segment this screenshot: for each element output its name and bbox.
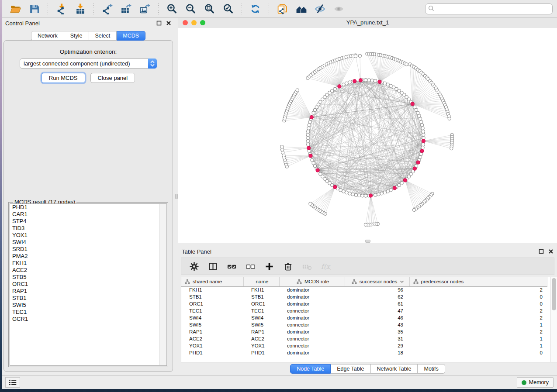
export-image-button[interactable] (135, 3, 154, 15)
table-row[interactable]: ACE2ACE2connector311 (181, 335, 547, 342)
import-network-button[interactable] (52, 3, 71, 15)
mcds-result-item[interactable]: TID3 (10, 225, 166, 232)
search-icon (428, 5, 436, 13)
hide-selected-button[interactable] (311, 3, 329, 15)
tab-style[interactable]: Style (64, 31, 89, 41)
cell-predecessor_nodes: 0 (409, 300, 547, 307)
zoom-out-button[interactable] (181, 3, 200, 15)
minimize-window-icon[interactable] (191, 20, 197, 25)
float-panel-icon[interactable] (156, 21, 162, 26)
run-mcds-button[interactable]: Run MCDS (42, 73, 85, 83)
memory-button[interactable]: Memory (517, 377, 554, 388)
cell-predecessor_nodes: 2 (409, 328, 547, 335)
mcds-result-item[interactable]: CAR1 (10, 211, 166, 218)
mcds-result-item[interactable]: TEC1 (10, 309, 166, 316)
save-session-button[interactable] (25, 3, 44, 15)
delete-table-button[interactable] (298, 261, 315, 272)
tab-network[interactable]: Network (31, 31, 64, 41)
column-header-name[interactable]: name (243, 277, 279, 286)
table-row[interactable]: STB1STB1dominator620 (181, 293, 547, 300)
mcds-result-item[interactable]: STB1 (10, 295, 166, 302)
mcds-result-item[interactable]: STP4 (10, 218, 166, 225)
search-input[interactable] (425, 3, 553, 14)
tab-network-table[interactable]: Network Table (371, 364, 418, 374)
close-panel-button[interactable]: Close panel (90, 73, 135, 83)
cell-successor_nodes: 43 (345, 321, 409, 328)
mcds-result-item[interactable]: FKH1 (10, 260, 166, 267)
vertical-splitter-grip[interactable] (175, 194, 178, 199)
clone-network-button[interactable] (273, 3, 292, 15)
mcds-result-item[interactable]: PMA2 (10, 253, 166, 260)
close-table-panel-icon[interactable] (548, 249, 554, 254)
network-splitter-grip[interactable] (365, 240, 370, 243)
toolbar-separator (242, 2, 242, 16)
table-options-gear-button[interactable] (186, 261, 203, 272)
table-scrollbar[interactable] (550, 277, 557, 362)
tab-motifs[interactable]: Motifs (418, 364, 445, 374)
mcds-list-scrollbar[interactable] (159, 204, 166, 365)
cell-mcds_role: connector (279, 335, 345, 342)
close-panel-icon[interactable] (166, 21, 171, 26)
choose-columns-button[interactable] (204, 261, 221, 272)
vertical-splitter[interactable] (175, 18, 178, 375)
cell-name: SWI4 (243, 314, 279, 321)
mcds-result-item[interactable]: ACE2 (10, 267, 166, 274)
first-neighbors-button[interactable] (292, 3, 311, 15)
export-network-button[interactable] (98, 3, 117, 15)
optimization-criterion-select[interactable]: largest connected component (undirected) (20, 58, 157, 69)
table-row[interactable]: TEC1TEC1connector472 (181, 307, 547, 314)
column-header-MCDS-role[interactable]: MCDS role (279, 277, 345, 286)
add-column-button[interactable] (261, 261, 278, 272)
tab-mcds[interactable]: MCDS (117, 31, 145, 41)
tab-edge-table[interactable]: Edge Table (331, 364, 370, 374)
mcds-result-item[interactable]: ORC1 (10, 281, 166, 288)
refresh-icon (250, 3, 261, 14)
mcds-result-item[interactable]: SWI4 (10, 239, 166, 246)
export-table-button[interactable] (117, 3, 135, 15)
zoom-in-button[interactable] (163, 3, 181, 15)
cell-predecessor_nodes: 2 (409, 307, 547, 314)
zoom-selected-button[interactable] (219, 3, 238, 15)
mcds-result-item[interactable]: SRD1 (10, 246, 166, 253)
tab-node-table[interactable]: Node Table (290, 364, 331, 374)
select-all-button[interactable] (223, 261, 240, 272)
cell-name: YOX1 (243, 342, 279, 349)
float-table-panel-icon[interactable] (539, 249, 544, 254)
cell-name: FKH1 (243, 286, 279, 293)
automation-panel-button[interactable] (5, 377, 20, 388)
table-scrollbar-thumb[interactable] (552, 278, 556, 310)
mcds-result-item[interactable]: RAP1 (10, 288, 166, 295)
table-row[interactable]: RAP1RAP1dominator352 (181, 328, 547, 335)
function-builder-button[interactable]: f(x) (317, 261, 334, 272)
cell-mcds_role: dominator (279, 300, 345, 307)
open-file-button[interactable] (6, 3, 25, 15)
mcds-result-item[interactable]: PHD1 (10, 204, 166, 211)
table-row[interactable]: YOX1YOX1connector291 (181, 342, 547, 349)
delete-columns-button[interactable] (280, 261, 297, 272)
tab-select[interactable]: Select (89, 31, 117, 41)
deselect-all-icon (246, 261, 256, 272)
column-header-shared-name[interactable]: shared name (181, 277, 243, 286)
mcds-result-item[interactable]: GCR1 (10, 316, 166, 323)
table-row[interactable]: SWI5SWI5connector431 (181, 321, 547, 328)
export-table-icon (121, 3, 131, 14)
column-header-predecessor-nodes[interactable]: predecessor nodes (409, 277, 547, 286)
refresh-button[interactable] (246, 3, 265, 15)
mcds-result-item[interactable]: STB5 (10, 274, 166, 281)
horizontal-splitter[interactable] (178, 243, 557, 246)
close-window-icon[interactable] (183, 20, 188, 25)
table-row[interactable]: FKH1FKH1dominator962 (181, 286, 547, 293)
import-table-button[interactable] (71, 3, 90, 15)
deselect-all-button[interactable] (242, 261, 259, 272)
table-row[interactable]: SWI4SWI4dominator462 (181, 314, 547, 321)
mcds-result-item[interactable]: YOX1 (10, 232, 166, 239)
maximize-window-icon[interactable] (200, 20, 205, 25)
column-header-successor-nodes[interactable]: successor nodes (345, 277, 409, 286)
show-all-button[interactable] (329, 3, 348, 15)
table-row[interactable]: PHD1PHD1dominator180 (181, 349, 547, 356)
zoom-fit-button[interactable] (200, 3, 219, 15)
table-row[interactable]: ORC1ORC1dominator610 (181, 300, 547, 307)
cell-name: ACE2 (243, 335, 279, 342)
mcds-result-item[interactable]: SWI5 (10, 302, 166, 309)
network-canvas[interactable] (178, 28, 557, 243)
